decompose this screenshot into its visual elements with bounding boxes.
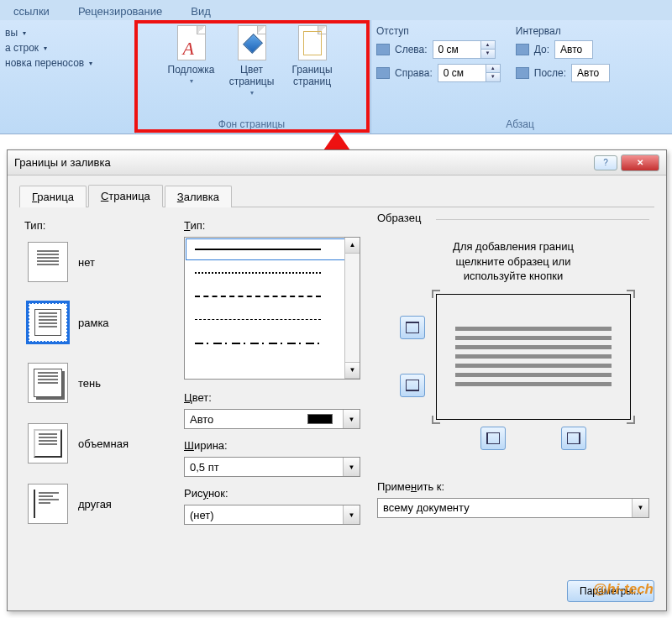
page-color-icon (238, 25, 266, 60)
ribbon-group-paragraph: Отступ Слева: ▲▼ Справа: ▲▼ (371, 20, 672, 134)
art-combo[interactable]: (нет) ▼ (184, 505, 360, 525)
indent-right-label: Справа: (395, 67, 433, 79)
page-borders-button[interactable]: Границы страниц (285, 24, 340, 89)
spacing-after-spinner[interactable] (571, 64, 610, 82)
scroll-down-icon[interactable]: ▼ (345, 363, 360, 379)
spin-up-icon[interactable]: ▲ (486, 65, 500, 73)
apply-to-combo[interactable]: всему документу ▼ (377, 498, 649, 518)
indent-left-icon (376, 44, 390, 55)
spin-down-icon[interactable]: ▼ (486, 73, 500, 81)
setting-label: Тип: (24, 219, 167, 232)
preview-label: Образец (377, 212, 426, 224)
ribbon: вы▾ а строк▾ новка переносов▾ A Подложка (0, 20, 672, 134)
chevron-down-icon: ▼ (632, 499, 648, 517)
dialog-title: Границы и заливка (14, 156, 111, 169)
spacing-after-icon (516, 67, 529, 79)
setting-shadow[interactable]: тень (28, 363, 167, 403)
ribbon-tab-review[interactable]: Рецензирование (75, 3, 165, 20)
ribbon-tab-view[interactable]: Вид (187, 3, 214, 20)
width-label: Ширина: (184, 439, 360, 452)
color-combo[interactable]: Авто ▼ (184, 409, 360, 429)
cropped-item-2[interactable]: а строк▾ (5, 42, 92, 54)
preview-page[interactable] (436, 294, 631, 420)
setting-none[interactable]: нет (28, 242, 167, 282)
options-button[interactable]: Параметры... (567, 580, 654, 602)
scrollbar[interactable]: ▲ ▼ (344, 238, 360, 379)
art-label: Рисунок: (184, 487, 360, 500)
spacing-after-label: После: (534, 67, 566, 79)
ribbon-tab-strip: ссылки Рецензирование Вид (0, 0, 672, 20)
ribbon-group-cut-left: вы▾ а строк▾ новка переносов▾ (0, 20, 136, 134)
spacing-before-spinner[interactable] (554, 40, 593, 59)
apply-to-label: Применить к: (377, 480, 649, 493)
page-color-button[interactable]: Цвет страницы ▾ (224, 24, 280, 98)
setting-box[interactable]: рамка (28, 302, 167, 343)
color-swatch (307, 414, 333, 424)
ribbon-group-page-background: A Подложка ▾ Цвет страницы ▾ Границы стр… (136, 20, 371, 134)
spacing-before-icon (516, 44, 529, 55)
page-borders-icon (298, 25, 327, 60)
ribbon-tab-references[interactable]: ссылки (10, 3, 53, 20)
scroll-up-icon[interactable]: ▲ (345, 238, 360, 254)
preview-fieldset: Образец (377, 219, 649, 224)
group-label-page-bg: Фон страницы (141, 117, 362, 134)
style-label: Тип: (184, 219, 360, 232)
preview-hint: Для добавления границ щелкните образец и… (377, 239, 649, 284)
dialog-tabs: Граница Страница Заливка (19, 184, 654, 207)
border-left-toggle[interactable] (480, 427, 506, 450)
setting-3d[interactable]: объемная (28, 423, 167, 464)
cropped-item-1[interactable]: вы▾ (5, 27, 92, 39)
indent-left-spinner[interactable]: ▲▼ (433, 40, 496, 59)
setting-custom[interactable]: другая (28, 484, 167, 524)
chevron-down-icon: ▾ (250, 89, 254, 97)
indent-label: Отступ (376, 25, 501, 37)
width-combo[interactable]: 0,5 пт ▼ (184, 457, 360, 477)
borders-and-shading-dialog: Границы и заливка ? ✕ Граница Страница З… (7, 149, 667, 611)
help-button[interactable]: ? (594, 155, 617, 170)
border-bottom-toggle[interactable] (400, 374, 425, 397)
tab-page[interactable]: Страница (88, 185, 163, 207)
style-listbox[interactable]: ▲ ▼ (184, 237, 360, 380)
interval-label: Интервал (516, 25, 610, 37)
spacing-before-label: До: (534, 44, 549, 55)
chevron-down-icon: ▼ (343, 410, 360, 428)
spin-up-icon[interactable]: ▲ (481, 41, 495, 50)
dialog-titlebar[interactable]: Границы и заливка ? ✕ (8, 150, 666, 175)
tab-border[interactable]: Граница (19, 186, 87, 207)
group-label-paragraph: Абзац (376, 117, 664, 134)
indent-left-label: Слева: (395, 44, 428, 55)
indent-right-icon (376, 67, 390, 79)
tab-fill[interactable]: Заливка (165, 186, 232, 207)
chevron-down-icon: ▼ (343, 505, 360, 524)
color-label: Цвет: (184, 391, 360, 404)
cropped-item-3[interactable]: новка переносов▾ (5, 57, 92, 69)
border-top-toggle[interactable] (400, 316, 425, 339)
spin-down-icon[interactable]: ▼ (481, 50, 495, 58)
watermark-button[interactable]: A Подложка ▾ (164, 24, 219, 86)
close-icon: ✕ (637, 158, 643, 167)
chevron-down-icon: ▾ (190, 77, 193, 85)
help-icon: ? (603, 158, 608, 167)
close-button[interactable]: ✕ (621, 154, 659, 171)
border-right-toggle[interactable] (561, 427, 586, 450)
chevron-down-icon: ▼ (343, 458, 360, 476)
indent-right-spinner[interactable]: ▲▼ (438, 64, 501, 82)
watermark-icon: A (177, 25, 206, 60)
